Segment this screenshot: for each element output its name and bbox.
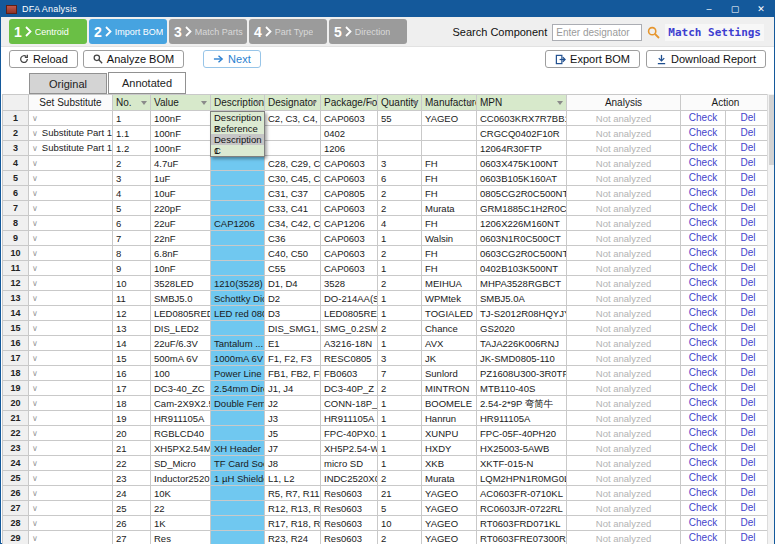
scrollbar-thumb[interactable] xyxy=(769,95,774,165)
del-link[interactable]: Del xyxy=(726,186,770,200)
check-link[interactable]: Check xyxy=(681,276,726,290)
check-link[interactable]: Check xyxy=(681,351,726,365)
del-link[interactable]: Del xyxy=(726,411,770,425)
del-link[interactable]: Del xyxy=(726,291,770,305)
step-import-bom[interactable]: 2 Import BOM xyxy=(89,19,167,44)
filter-option[interactable]: Reference xyxy=(211,123,264,134)
del-link[interactable]: Del xyxy=(726,126,770,140)
check-link[interactable]: Check xyxy=(681,201,726,215)
check-link[interactable]: Check xyxy=(681,381,726,395)
del-link[interactable]: Del xyxy=(726,246,770,260)
chevron-down-icon[interactable]: ∨ xyxy=(32,339,38,348)
chevron-down-icon[interactable]: ∨ xyxy=(32,459,38,468)
chevron-down-icon[interactable]: ∨ xyxy=(32,369,38,378)
check-link[interactable]: Check xyxy=(681,321,726,335)
del-link[interactable]: Del xyxy=(726,336,770,350)
del-link[interactable]: Del xyxy=(726,216,770,230)
check-link[interactable]: Check xyxy=(681,261,726,275)
search-icon[interactable] xyxy=(647,26,660,39)
check-link[interactable]: Check xyxy=(681,306,726,320)
col-header-designator[interactable]: Designator xyxy=(265,95,321,111)
match-settings-link[interactable]: Match Settings xyxy=(665,24,764,41)
chevron-down-icon[interactable]: ∨ xyxy=(32,159,38,168)
close-button[interactable]: ✕ xyxy=(748,1,774,17)
del-link[interactable]: Del xyxy=(726,396,770,410)
check-link[interactable]: Check xyxy=(681,246,726,260)
sort-dropdown-icon[interactable] xyxy=(368,101,374,105)
sort-dropdown-icon[interactable] xyxy=(467,101,473,105)
chevron-down-icon[interactable]: ∨ xyxy=(32,234,38,243)
next-button[interactable]: Next xyxy=(203,50,261,68)
del-link[interactable]: Del xyxy=(726,456,770,470)
check-link[interactable]: Check xyxy=(681,426,726,440)
check-link[interactable]: Check xyxy=(681,411,726,425)
del-link[interactable]: Del xyxy=(726,381,770,395)
chevron-down-icon[interactable]: ∨ xyxy=(32,414,38,423)
check-link[interactable]: Check xyxy=(681,441,726,455)
chevron-down-icon[interactable]: ∨ xyxy=(32,249,38,258)
col-header-set-substitute[interactable]: Set Substitute xyxy=(29,95,113,111)
filter-option[interactable]: C xyxy=(211,145,264,156)
chevron-down-icon[interactable]: ∨ xyxy=(32,489,38,498)
del-link[interactable]: Del xyxy=(726,441,770,455)
download-report-button[interactable]: Download Report xyxy=(646,50,766,68)
del-link[interactable]: Del xyxy=(726,306,770,320)
del-link[interactable]: Del xyxy=(726,231,770,245)
del-link[interactable]: Del xyxy=(726,321,770,335)
check-link[interactable]: Check xyxy=(681,531,726,544)
check-link[interactable]: Check xyxy=(681,486,726,500)
del-link[interactable]: Del xyxy=(726,516,770,530)
del-link[interactable]: Del xyxy=(726,501,770,515)
del-link[interactable]: Del xyxy=(726,111,770,125)
check-link[interactable]: Check xyxy=(681,291,726,305)
check-link[interactable]: Check xyxy=(681,216,726,230)
check-link[interactable]: Check xyxy=(681,111,726,125)
chevron-down-icon[interactable]: ∨ xyxy=(32,189,38,198)
check-link[interactable]: Check xyxy=(681,396,726,410)
del-link[interactable]: Del xyxy=(726,471,770,485)
sort-dropdown-icon[interactable] xyxy=(412,101,418,105)
sort-dropdown-icon[interactable] xyxy=(557,101,563,105)
export-bom-button[interactable]: Export BOM xyxy=(545,50,640,68)
del-link[interactable]: Del xyxy=(726,486,770,500)
del-link[interactable]: Del xyxy=(726,276,770,290)
check-link[interactable]: Check xyxy=(681,171,726,185)
del-link[interactable]: Del xyxy=(726,156,770,170)
chevron-down-icon[interactable]: ∨ xyxy=(32,264,38,273)
del-link[interactable]: Del xyxy=(726,141,770,155)
chevron-down-icon[interactable]: ∨ xyxy=(32,219,38,228)
vertical-scrollbar[interactable] xyxy=(767,94,774,544)
del-link[interactable]: Del xyxy=(726,366,770,380)
sort-dropdown-icon[interactable] xyxy=(311,101,317,105)
col-header-mpn[interactable]: MPN xyxy=(477,95,567,111)
del-link[interactable]: Del xyxy=(726,171,770,185)
step-direction[interactable]: 5 Direction xyxy=(329,19,407,44)
check-link[interactable]: Check xyxy=(681,126,726,140)
chevron-down-icon[interactable]: ∨ xyxy=(32,144,38,153)
col-header-no[interactable]: No. xyxy=(113,95,151,111)
chevron-down-icon[interactable]: ∨ xyxy=(32,429,38,438)
del-link[interactable]: Del xyxy=(726,201,770,215)
filter-option[interactable]: Description 2 xyxy=(211,112,264,123)
chevron-down-icon[interactable]: ∨ xyxy=(32,504,38,513)
col-header-quantity[interactable]: Quantity xyxy=(378,95,422,111)
col-header-package[interactable]: Package/Foo xyxy=(321,95,378,111)
chevron-down-icon[interactable]: ∨ xyxy=(32,519,38,528)
chevron-down-icon[interactable]: ∨ xyxy=(32,129,38,138)
del-link[interactable]: Del xyxy=(726,426,770,440)
col-header-value[interactable]: Value xyxy=(151,95,211,111)
analyze-bom-button[interactable]: Analyze BOM xyxy=(83,50,184,68)
check-link[interactable]: Check xyxy=(681,336,726,350)
sort-dropdown-icon[interactable] xyxy=(141,101,147,105)
check-link[interactable]: Check xyxy=(681,141,726,155)
step-part-type[interactable]: 4 Part Type xyxy=(249,19,327,44)
chevron-down-icon[interactable]: ∨ xyxy=(32,324,38,333)
del-link[interactable]: Del xyxy=(726,531,770,544)
step-match-parts[interactable]: 3 Match Parts xyxy=(169,19,247,44)
step-centroid[interactable]: 1 Centroid xyxy=(9,19,87,44)
col-header-description[interactable]: Description 1 xyxy=(211,95,265,111)
del-link[interactable]: Del xyxy=(726,351,770,365)
chevron-down-icon[interactable]: ∨ xyxy=(32,474,38,483)
sort-dropdown-icon[interactable] xyxy=(255,101,261,105)
chevron-down-icon[interactable]: ∨ xyxy=(32,294,38,303)
